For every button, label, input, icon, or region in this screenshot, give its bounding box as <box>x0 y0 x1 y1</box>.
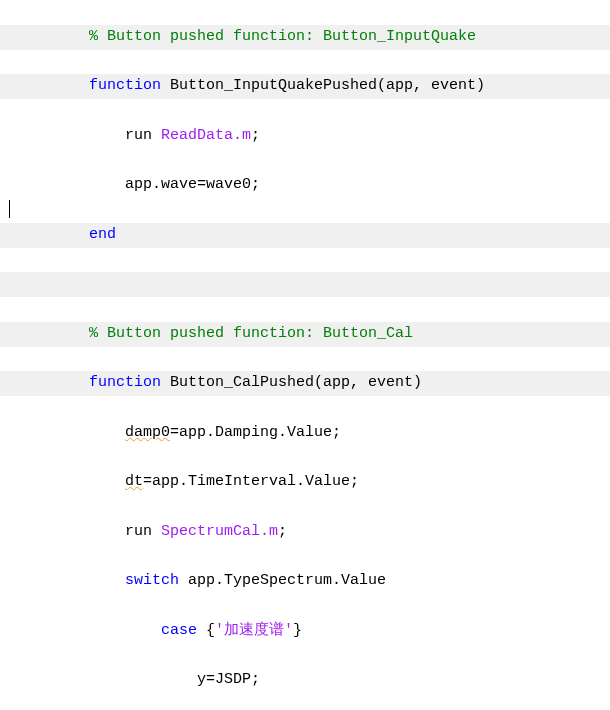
keyword-function: function <box>89 77 161 94</box>
code-line: damp0=app.Damping.Value; <box>0 421 610 446</box>
string-literal: '加速度谱' <box>215 622 293 639</box>
code-editor[interactable]: % Button pushed function: Button_InputQu… <box>0 0 610 710</box>
code-line: function Button_CalPushed(app, event) <box>0 371 610 396</box>
function-signature: Button_InputQuakePushed(app, event) <box>161 77 485 94</box>
semicolon: ; <box>278 523 287 540</box>
assignment: y=JSDP; <box>197 671 260 688</box>
code-line <box>0 272 610 297</box>
brace-close: } <box>293 622 302 639</box>
comment-text: % Button pushed function: Button_Cal <box>89 325 413 342</box>
keyword-end: end <box>89 226 116 243</box>
file-ref: SpectrumCal.m <box>161 523 278 540</box>
code-line: % Button pushed function: Button_Cal <box>0 322 610 347</box>
var-warning: damp0 <box>125 424 170 441</box>
keyword-switch: switch <box>125 572 179 589</box>
text-cursor <box>9 200 10 218</box>
function-signature: Button_CalPushed(app, event) <box>161 374 422 391</box>
assignment-rest: =app.TimeInterval.Value; <box>143 473 359 490</box>
assignment: app.wave=wave0; <box>125 176 260 193</box>
code-line: run ReadData.m; <box>0 124 610 149</box>
code-line: % Button pushed function: Button_InputQu… <box>0 25 610 50</box>
run-call: run <box>125 127 152 144</box>
brace-open: { <box>197 622 215 639</box>
code-line: run SpectrumCal.m; <box>0 520 610 545</box>
run-call: run <box>125 523 152 540</box>
var-warning: dt <box>125 473 143 490</box>
code-line: dt=app.TimeInterval.Value; <box>0 470 610 495</box>
keyword-case: case <box>161 622 197 639</box>
code-line: end <box>0 223 610 248</box>
code-line: app.wave=wave0; <box>0 173 610 198</box>
assignment-rest: =app.Damping.Value; <box>170 424 341 441</box>
code-line: switch app.TypeSpectrum.Value <box>0 569 610 594</box>
keyword-function: function <box>89 374 161 391</box>
code-line: case {'加速度谱'} <box>0 619 610 644</box>
semicolon: ; <box>251 127 260 144</box>
file-ref: ReadData.m <box>161 127 251 144</box>
comment-text: % Button pushed function: Button_InputQu… <box>89 28 476 45</box>
switch-expr: app.TypeSpectrum.Value <box>179 572 386 589</box>
code-line: function Button_InputQuakePushed(app, ev… <box>0 74 610 99</box>
code-line: y=JSDP; <box>0 668 610 693</box>
